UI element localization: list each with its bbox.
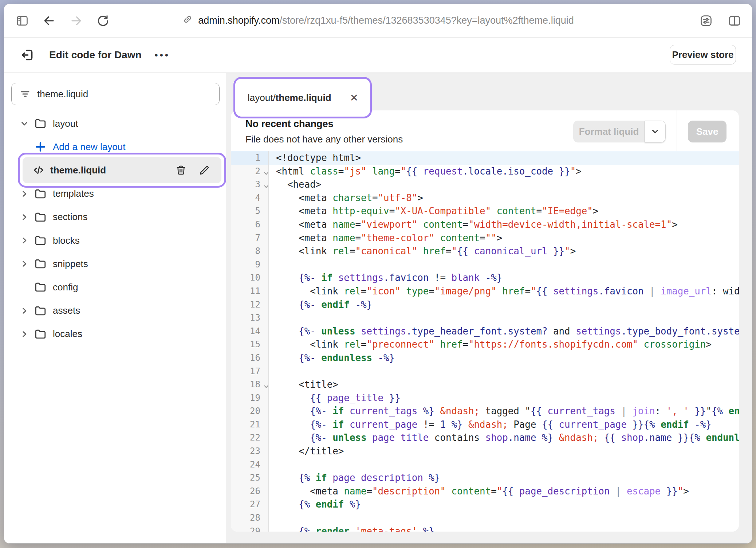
code-line-18[interactable]: 18 <title> xyxy=(231,378,739,391)
delete-file-icon[interactable] xyxy=(175,164,187,176)
code-line-29[interactable]: 29 {% render 'meta-tags' %} xyxy=(231,525,739,532)
code-line-7[interactable]: 7 <meta name="theme-color" content=""> xyxy=(231,231,739,245)
tab-theme-liquid[interactable]: layout/theme.liquid ✕ xyxy=(235,92,370,104)
sidebar-item-layout[interactable]: layout xyxy=(4,113,226,134)
code-line-17[interactable]: 17 xyxy=(231,365,739,378)
line-number: 13 xyxy=(231,311,269,325)
code-line-2[interactable]: 2<html class="js" lang="{{ request.local… xyxy=(231,165,739,178)
line-number: 23 xyxy=(231,445,269,458)
code-line-26[interactable]: 26 <meta name="description" content="{{ … xyxy=(231,485,739,498)
code-line-content: {%- if current_tags %} &ndash; tagged "{… xyxy=(269,404,739,418)
sidebar-item-snippets[interactable]: snippets xyxy=(4,254,226,274)
url-path: /store/rzq1xu-f5/themes/132683530345?key… xyxy=(279,15,574,26)
line-number: 5 xyxy=(231,204,269,218)
sidebar-item-config[interactable]: config xyxy=(4,277,226,297)
reload-button-icon[interactable] xyxy=(95,13,111,29)
code-line-22[interactable]: 22 {%- unless page_title contains shop.n… xyxy=(231,431,739,445)
more-actions-icon[interactable]: ••• xyxy=(151,47,174,63)
page-settings-icon[interactable] xyxy=(698,13,714,29)
chevron-right-icon[interactable] xyxy=(16,236,32,245)
code-line-content: <title> xyxy=(269,378,739,391)
browser-sidebar-toggle-icon[interactable] xyxy=(14,13,30,29)
chevron-right-icon[interactable] xyxy=(16,189,32,199)
code-line-16[interactable]: 16 {%- endunless -%} xyxy=(231,351,739,365)
sidebar-item-sections[interactable]: sections xyxy=(4,207,226,227)
file-search[interactable] xyxy=(11,83,220,105)
code-line-content: <meta charset="utf-8"> xyxy=(269,191,739,205)
code-line-25[interactable]: 25 {% if page_description %} xyxy=(231,471,739,485)
chevron-right-icon[interactable] xyxy=(16,329,32,339)
sidebar-item-locales[interactable]: locales xyxy=(4,324,226,344)
chevron-right-icon[interactable] xyxy=(16,259,32,269)
annotation-ring-tab: layout/theme.liquid ✕ xyxy=(233,77,372,118)
format-dropdown-button[interactable] xyxy=(645,121,666,142)
tree-item-label: snippets xyxy=(53,258,88,270)
code-line-12[interactable]: 12 {%- endif -%} xyxy=(231,298,739,312)
tree-item-label: sections xyxy=(53,211,87,223)
code-line-19[interactable]: 19 {{ page_title }} xyxy=(231,391,739,405)
editor-main: layout/theme.liquid ✕ No recent changes … xyxy=(226,73,752,543)
code-line-content xyxy=(269,458,739,471)
code-line-1[interactable]: 1<!doctype html> xyxy=(231,151,739,165)
code-line-content: <meta name="viewport" content="width=dev… xyxy=(269,218,739,231)
address-bar[interactable]: admin.shopify.com/store/rzq1xu-f5/themes… xyxy=(182,4,574,37)
code-line-4[interactable]: 4 <meta charset="utf-8"> xyxy=(231,191,739,205)
code-line-content: {%- unless page_title contains shop.name… xyxy=(269,431,739,445)
save-button[interactable]: Save xyxy=(688,121,727,142)
line-number: 28 xyxy=(231,511,269,525)
line-number: 18 xyxy=(231,378,269,391)
desktop-background: admin.shopify.com/store/rzq1xu-f5/themes… xyxy=(0,0,756,548)
annotation-ring-selected-file: theme.liquid xyxy=(18,153,226,188)
code-line-13[interactable]: 13 xyxy=(231,311,739,325)
code-line-27[interactable]: 27 {% endif %} xyxy=(231,498,739,511)
header-divider xyxy=(677,110,677,151)
chevron-right-icon[interactable] xyxy=(16,306,32,316)
tree-item-label: assets xyxy=(53,305,80,316)
sidebar-item-templates[interactable]: templates xyxy=(4,184,226,204)
line-number: 10 xyxy=(231,271,269,285)
sidebar-item-blocks[interactable]: blocks xyxy=(4,230,226,251)
code-line-24[interactable]: 24 xyxy=(231,458,739,471)
sidebar: layoutAdd a new layouttheme.liquidtempla… xyxy=(4,73,226,543)
app-header: Edit code for Dawn ••• Preview store xyxy=(4,38,752,73)
code-line-content xyxy=(269,365,739,378)
code-line-10[interactable]: 10 {%- if settings.favicon != blank -%} xyxy=(231,271,739,285)
tree-item-label: blocks xyxy=(53,235,80,246)
code-line-content: <head> xyxy=(269,178,739,191)
folder-icon xyxy=(32,117,48,130)
code-line-9[interactable]: 9 xyxy=(231,258,739,271)
filter-icon xyxy=(20,89,31,99)
plus-icon xyxy=(32,140,48,153)
format-liquid-button[interactable]: Format liquid xyxy=(573,121,645,142)
chevron-right-icon[interactable] xyxy=(16,212,32,222)
code-line-11[interactable]: 11 <link rel="icon" type="image/png" hre… xyxy=(231,285,739,298)
code-line-8[interactable]: 8 <link rel="canonical" href="{{ canonic… xyxy=(231,244,739,258)
search-input[interactable] xyxy=(37,89,197,100)
line-number: 4 xyxy=(231,191,269,205)
rename-file-icon[interactable] xyxy=(198,164,210,176)
sidebar-item-theme-liquid[interactable]: theme.liquid xyxy=(23,157,221,183)
exit-editor-icon[interactable] xyxy=(19,47,36,63)
code-line-21[interactable]: 21 {%- if current_page != 1 %} &ndash; P… xyxy=(231,418,739,431)
line-number: 7 xyxy=(231,231,269,245)
page-title: Edit code for Dawn xyxy=(49,49,142,61)
code-line-3[interactable]: 3 <head> xyxy=(231,178,739,191)
code-line-14[interactable]: 14 {%- unless settings.type_header_font.… xyxy=(231,325,739,338)
code-line-content: {%- endunless -%} xyxy=(269,351,739,365)
code-line-23[interactable]: 23 </title> xyxy=(231,445,739,458)
code-line-content xyxy=(269,258,739,271)
code-line-content: <html class="js" lang="{{ request.locale… xyxy=(269,165,739,178)
back-button-icon[interactable] xyxy=(41,13,57,29)
code-line-6[interactable]: 6 <meta name="viewport" content="width=d… xyxy=(231,218,739,231)
code-line-20[interactable]: 20 {%- if current_tags %} &ndash; tagged… xyxy=(231,404,739,418)
sidebar-item-assets[interactable]: assets xyxy=(4,301,226,321)
tab-close-icon[interactable]: ✕ xyxy=(349,92,360,104)
split-view-icon[interactable] xyxy=(727,13,743,29)
code-editor[interactable]: 1<!doctype html>2<html class="js" lang="… xyxy=(231,151,739,532)
forward-button-icon[interactable] xyxy=(68,13,84,29)
code-line-28[interactable]: 28 xyxy=(231,511,739,525)
code-line-15[interactable]: 15 <link rel="preconnect" href="https://… xyxy=(231,338,739,351)
code-line-5[interactable]: 5 <meta http-equiv="X-UA-Compatible" con… xyxy=(231,204,739,218)
chevron-down-icon[interactable] xyxy=(16,119,32,128)
preview-store-button[interactable]: Preview store xyxy=(670,45,736,64)
